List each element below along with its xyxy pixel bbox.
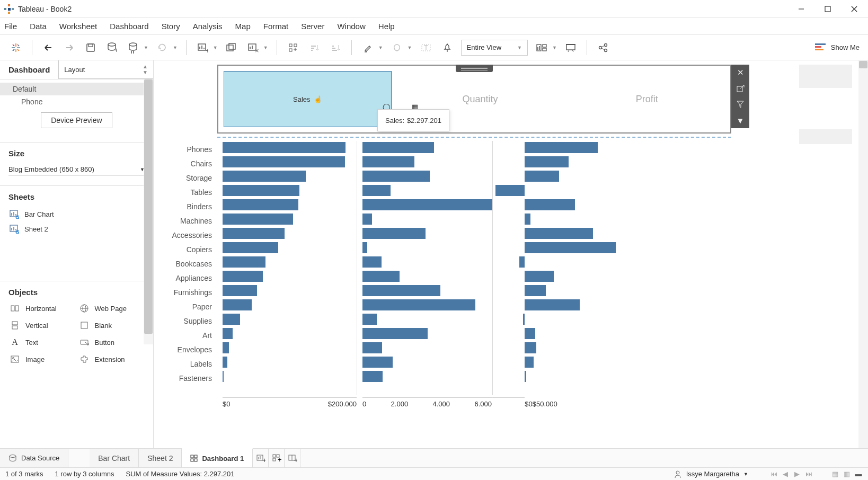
bar[interactable] (362, 256, 382, 268)
last-sheet-icon[interactable]: ⏭ (804, 470, 813, 478)
bar[interactable] (525, 199, 575, 210)
tableau-home-icon[interactable] (8, 40, 23, 55)
filmstrip-view-icon[interactable]: ▥ (843, 470, 851, 478)
labels-button[interactable]: T (419, 40, 433, 55)
tab-profit[interactable]: Profit (563, 66, 730, 132)
bar[interactable] (525, 299, 580, 310)
row-label[interactable]: Bookcases (154, 256, 217, 271)
bar[interactable] (223, 299, 252, 310)
share-button[interactable] (596, 40, 610, 55)
row-label[interactable]: Storage (154, 171, 217, 185)
dropdown-caret-icon[interactable]: ▼ (378, 45, 383, 50)
menu-analysis[interactable]: Analysis (193, 22, 223, 31)
measure-tabs-container[interactable]: Sales☝ Quantity Profit ✕ ▼ ◯▦ Sales: $2.… (217, 65, 731, 134)
bar[interactable] (525, 228, 593, 239)
bar[interactable] (525, 271, 554, 282)
bar[interactable] (362, 314, 377, 325)
menu-file[interactable]: File (4, 22, 17, 31)
tab-sales[interactable]: Sales☝ (224, 71, 392, 127)
dropdown-caret-icon[interactable]: ▼ (408, 45, 412, 50)
bar[interactable] (519, 256, 525, 268)
duplicate-sheet-button[interactable] (224, 40, 239, 55)
bar[interactable] (362, 171, 430, 182)
menu-format[interactable]: Format (263, 22, 289, 31)
dropdown-caret-icon[interactable]: ▼ (552, 45, 557, 50)
row-label[interactable]: Art (154, 328, 217, 342)
user-menu[interactable]: Issye Margaretha ▼ (674, 470, 748, 478)
row-label[interactable]: Phones (154, 142, 217, 156)
bar[interactable] (223, 357, 227, 368)
redo-button[interactable] (62, 40, 77, 55)
show-cards-button[interactable] (534, 40, 549, 55)
object-button[interactable]: Button (78, 336, 145, 349)
bar[interactable] (525, 285, 546, 296)
tab-view-icon[interactable]: ▦ (831, 470, 839, 478)
bar[interactable] (223, 328, 233, 339)
show-me-button[interactable]: Show Me (815, 43, 860, 52)
sort-desc-button[interactable] (328, 40, 343, 55)
object-image[interactable]: Image (8, 353, 76, 366)
row-label[interactable]: Fasteners (154, 371, 217, 385)
row-label[interactable]: Chairs (154, 156, 217, 171)
bar[interactable] (525, 371, 526, 382)
presentation-button[interactable] (563, 40, 578, 55)
bar[interactable] (362, 328, 428, 339)
bar[interactable] (362, 142, 434, 153)
bar[interactable] (362, 285, 440, 296)
new-worksheet-button[interactable]: + (195, 40, 210, 55)
row-label[interactable]: Labels (154, 357, 217, 371)
object-blank[interactable]: Blank (78, 319, 145, 332)
bar[interactable] (525, 357, 534, 368)
row-label[interactable]: Accessories (154, 228, 217, 242)
dashboard-pane-tab[interactable]: Dashboard (0, 60, 58, 79)
bar[interactable] (362, 357, 393, 368)
bar[interactable] (525, 342, 536, 353)
sheet-tab-sheet2[interactable]: Sheet 2 (139, 449, 182, 467)
bar[interactable] (223, 256, 265, 268)
row-label[interactable]: Appliances (154, 271, 217, 285)
row-label[interactable]: Furnishings (154, 285, 217, 299)
device-default[interactable]: Default (0, 83, 153, 95)
bar[interactable] (223, 199, 298, 210)
close-button[interactable] (848, 3, 861, 15)
sort-asc-button[interactable] (307, 40, 322, 55)
row-label[interactable]: Machines (154, 214, 217, 228)
object-horizontal[interactable]: Horizontal (8, 302, 76, 315)
remove-icon[interactable]: ✕ (731, 65, 749, 81)
menu-server[interactable]: Server (301, 22, 324, 31)
row-label[interactable]: Binders (154, 199, 217, 214)
bar[interactable] (362, 156, 414, 167)
device-preview-button[interactable]: Device Preview (41, 112, 112, 128)
dropdown-caret-icon[interactable]: ▼ (263, 45, 268, 50)
object-text[interactable]: AText (8, 336, 76, 349)
bar[interactable] (223, 214, 293, 225)
row-label[interactable]: Envelopes (154, 342, 217, 357)
bar[interactable] (525, 171, 559, 182)
bar[interactable] (223, 342, 229, 353)
menu-data[interactable]: Data (30, 22, 47, 31)
go-to-sheet-icon[interactable] (731, 81, 749, 96)
pause-data-button[interactable] (126, 40, 140, 55)
new-worksheet-tab[interactable]: + (253, 449, 269, 467)
refresh-button[interactable] (155, 40, 170, 55)
sheet-sorter-icon[interactable]: ▬ (854, 470, 863, 478)
bar[interactable] (223, 171, 306, 182)
dropdown-caret-icon[interactable]: ▼ (213, 45, 218, 50)
bar[interactable] (362, 299, 475, 310)
maximize-button[interactable] (821, 3, 834, 15)
bar[interactable] (362, 214, 372, 225)
row-label[interactable]: Paper (154, 299, 217, 314)
minimize-button[interactable] (795, 3, 808, 15)
drag-handle[interactable] (456, 65, 493, 72)
device-phone[interactable]: Phone (0, 95, 153, 108)
menu-map[interactable]: Map (235, 22, 251, 31)
bar[interactable] (362, 228, 426, 239)
menu-dashboard[interactable]: Dashboard (110, 22, 148, 31)
sidebar-scrollbar-thumb[interactable] (144, 79, 153, 334)
canvas-scrollbar[interactable] (858, 60, 868, 448)
layout-pane-tab[interactable]: Layout ▲▼ (58, 60, 153, 79)
bar[interactable] (362, 342, 382, 353)
row-label[interactable]: Copiers (154, 242, 217, 256)
bar[interactable] (362, 199, 493, 210)
bar[interactable] (223, 271, 263, 282)
